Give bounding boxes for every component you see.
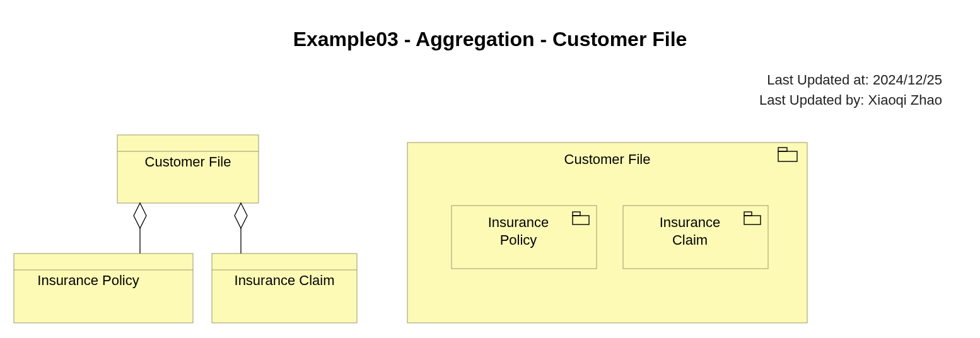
class-insurance-policy: Insurance Policy [14,254,193,323]
svg-marker-6 [134,203,146,228]
class-insurance-claim: Insurance Claim [212,254,357,323]
package-insurance-policy-line2: Policy [500,232,537,248]
aggregation-connector-policy [134,203,146,254]
package-insurance-policy-line1: Insurance [488,214,549,230]
package-customer-file-label: Customer File [564,151,651,167]
svg-rect-2 [14,254,193,323]
class-customer-file: Customer File [117,135,259,203]
class-insurance-claim-label: Insurance Claim [235,272,335,288]
package-insurance-claim: Insurance Claim [623,206,768,269]
class-insurance-policy-label: Insurance Policy [37,272,139,288]
class-customer-file-label: Customer File [145,154,231,170]
svg-marker-8 [235,203,247,228]
svg-rect-4 [212,254,357,323]
diagram-canvas: Customer File Insurance Policy Insurance… [0,0,980,338]
package-insurance-claim-line2: Claim [672,232,708,248]
package-insurance-claim-line1: Insurance [660,214,721,230]
aggregation-connector-claim [235,203,247,254]
package-insurance-policy: Insurance Policy [452,206,597,269]
